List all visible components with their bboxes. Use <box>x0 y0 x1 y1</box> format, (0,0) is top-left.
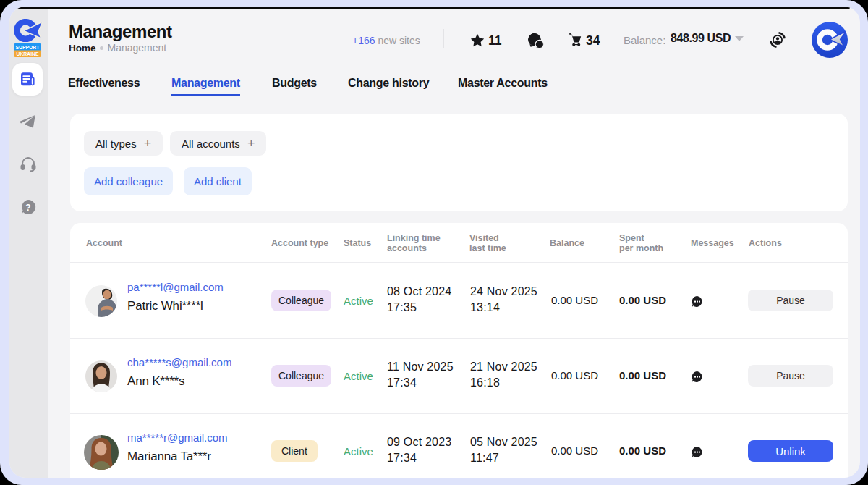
svg-text:UKRAINE: UKRAINE <box>17 51 39 56</box>
svg-text:?: ? <box>25 203 30 213</box>
svg-text:SUPPORT: SUPPORT <box>16 45 41 50</box>
